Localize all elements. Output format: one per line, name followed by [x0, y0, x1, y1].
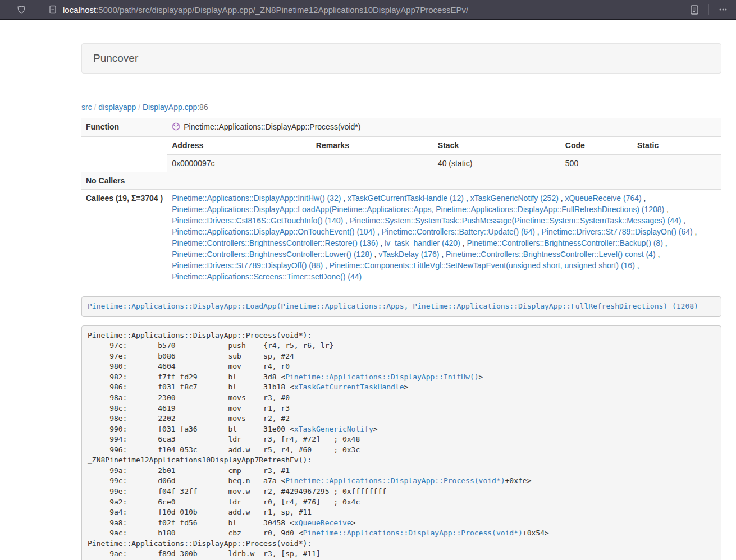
url-bar[interactable]: localhost:5000/path/src/displayapp/Displ…	[44, 5, 689, 15]
metrics-table-cell: Address Remarks Stack Code Static 0x0000…	[167, 137, 721, 172]
metrics-column-header: Remarks	[312, 137, 433, 154]
callees-cell: Pinetime::Applications::DisplayApp::Init…	[167, 190, 721, 286]
function-label: Function	[81, 118, 167, 137]
cube-symbol-icon	[172, 122, 180, 134]
metrics-code: 500	[561, 154, 633, 172]
breadcrumb-link[interactable]: DisplayApp.cpp	[143, 103, 197, 112]
function-name: Pinetime::Applications::DisplayApp::Proc…	[184, 122, 360, 131]
reader-view-icon[interactable]	[689, 4, 700, 15]
callee-link[interactable]: Pinetime::Applications::Screens::Timer::…	[172, 272, 362, 281]
breadcrumb-separator: /	[92, 103, 99, 112]
metrics-header-row: Address Remarks Stack Code Static	[167, 137, 721, 154]
breadcrumb-line-number: :86	[197, 103, 208, 112]
callee-link[interactable]: Pinetime::Controllers::Battery::Update()…	[382, 227, 535, 236]
function-table: Function Pinetime::Applications::Display…	[81, 118, 721, 285]
callee-link[interactable]: Pinetime::Controllers::BrightnessControl…	[446, 250, 655, 259]
url-path: :5000/path/src/displayapp/DisplayApp.cpp…	[96, 5, 468, 15]
callee-link[interactable]: xTaskGetCurrentTaskHandle (12)	[348, 194, 464, 203]
code-symbol-link[interactable]: xTaskGenericNotify	[294, 425, 373, 433]
metrics-column-header: Static	[633, 137, 721, 154]
callee-link[interactable]: xQueueReceive (764)	[565, 194, 642, 203]
disassembly-block: Pinetime::Applications::DisplayApp::Proc…	[81, 325, 721, 560]
callee-link[interactable]: lv_task_handler (420)	[385, 238, 460, 247]
callee-link[interactable]: xTaskGenericNotify (252)	[470, 194, 559, 203]
metrics-column-header: Stack	[433, 137, 561, 154]
url-host: localhost	[63, 5, 96, 15]
no-callers-row: No Callers	[81, 172, 721, 190]
selected-callee-block: Pinetime::Applications::DisplayApp::Load…	[81, 296, 721, 317]
browser-toolbar: localhost:5000/path/src/displayapp/Displ…	[0, 0, 736, 20]
callee-link[interactable]: Pinetime::Drivers::St7789::DisplayOn() (…	[542, 227, 693, 236]
metrics-row: Address Remarks Stack Code Static 0x0000…	[81, 137, 721, 172]
callee-link[interactable]: Pinetime::System::SystemTask::PushMessag…	[350, 216, 682, 225]
code-symbol-link[interactable]: Pinetime::Applications::DisplayApp::Init…	[285, 373, 478, 381]
metrics-static	[633, 154, 721, 172]
metrics-stack: 40 (static)	[433, 154, 561, 172]
metrics-column-header: Code	[561, 137, 633, 154]
app-header-panel: Puncover	[81, 43, 721, 74]
callee-link[interactable]: Pinetime::Drivers::Cst816S::GetTouchInfo…	[172, 216, 343, 225]
selected-callee-link[interactable]: Pinetime::Applications::DisplayApp::Load…	[88, 302, 698, 310]
metrics-remarks	[312, 154, 433, 172]
callee-link[interactable]: Pinetime::Controllers::BrightnessControl…	[467, 238, 662, 247]
no-callers-label: No Callers	[81, 172, 167, 190]
callee-link[interactable]: Pinetime::Components::LittleVgl::SetNewT…	[330, 261, 635, 270]
no-callers-cell	[167, 172, 721, 190]
metrics-table: Address Remarks Stack Code Static 0x0000…	[167, 137, 721, 172]
callee-link[interactable]: Pinetime::Controllers::BrightnessControl…	[172, 250, 372, 259]
breadcrumb-link[interactable]: displayapp	[98, 103, 136, 112]
metrics-column-header: Address	[167, 137, 312, 154]
breadcrumb: src / displayapp / DisplayApp.cpp:86	[81, 102, 721, 113]
breadcrumb-separator: /	[136, 103, 143, 112]
shield-icon[interactable]	[17, 5, 26, 15]
callees-label: Callees (19, Σ=3704 )	[81, 190, 167, 286]
toolbar-divider	[708, 4, 709, 15]
callee-link[interactable]: Pinetime::Applications::DisplayApp::Init…	[172, 194, 341, 203]
function-name-cell: Pinetime::Applications::DisplayApp::Proc…	[167, 118, 721, 137]
function-row: Function Pinetime::Applications::Display…	[81, 118, 721, 137]
callee-link[interactable]: Pinetime::Drivers::St7789::DisplayOff() …	[172, 261, 323, 270]
toolbar-actions	[689, 4, 728, 15]
toolbar-divider	[35, 4, 35, 15]
code-symbol-link[interactable]: Pinetime::Applications::DisplayApp::Proc…	[303, 529, 523, 537]
url-text[interactable]: localhost:5000/path/src/displayapp/Displ…	[63, 5, 468, 15]
callee-link[interactable]: Pinetime::Applications::DisplayApp::OnTo…	[172, 227, 375, 236]
overflow-menu-icon[interactable]	[718, 4, 728, 15]
code-symbol-link[interactable]: xQueueReceive	[294, 518, 351, 527]
breadcrumb-link[interactable]: src	[81, 103, 92, 112]
callee-link[interactable]: Pinetime::Applications::DisplayApp::Load…	[172, 205, 664, 214]
callee-link[interactable]: Pinetime::Controllers::BrightnessControl…	[172, 238, 378, 247]
metrics-value-row: 0x0000097c 40 (static) 500	[167, 154, 721, 172]
code-symbol-link[interactable]: xTaskGetCurrentTaskHandle	[294, 383, 404, 391]
callees-row: Callees (19, Σ=3704 ) Pinetime::Applicat…	[81, 190, 721, 286]
metrics-address: 0x0000097c	[167, 154, 312, 172]
code-symbol-link[interactable]: Pinetime::Applications::DisplayApp::Proc…	[285, 476, 505, 485]
page-icon	[49, 5, 57, 14]
callee-link[interactable]: vTaskDelay (176)	[378, 250, 439, 259]
page-title: Puncover	[93, 52, 710, 65]
page-container: Puncover src / displayapp / DisplayApp.c…	[81, 43, 721, 560]
metrics-row-label	[81, 137, 167, 172]
